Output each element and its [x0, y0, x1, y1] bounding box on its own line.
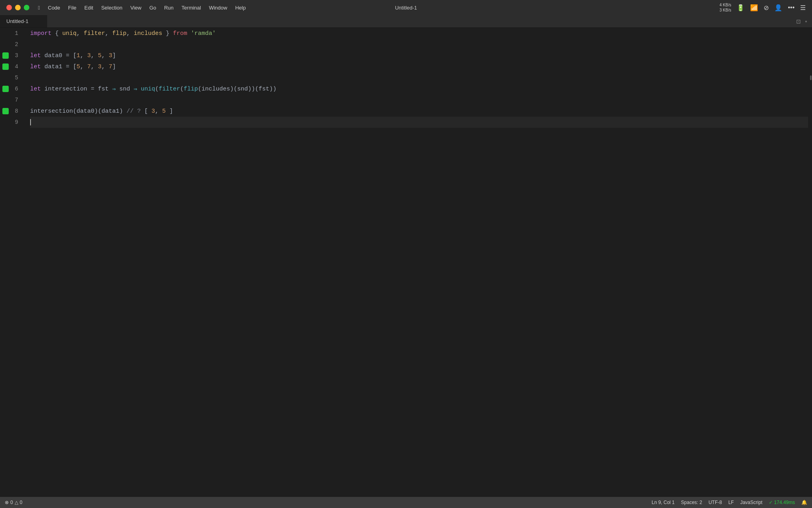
- code-line[interactable]: [30, 117, 808, 128]
- status-right: Ln 9, Col 1 Spaces: 2 UTF-8 LF JavaScrip…: [651, 500, 807, 505]
- code-line[interactable]: let data1 = [5, 7, 3, 7]: [30, 61, 808, 72]
- line-number: 3: [9, 52, 21, 59]
- token: ⇒: [112, 85, 116, 93]
- code-line[interactable]: [30, 72, 808, 83]
- encoding[interactable]: UTF-8: [709, 500, 722, 505]
- minimize-button[interactable]: [15, 5, 21, 10]
- menu-bar:  Code File Edit Selection View Go Run T…: [34, 3, 250, 12]
- code-line[interactable]: import { uniq, filter, flip, includes } …: [30, 28, 808, 39]
- token: 5: [98, 52, 102, 59]
- menu-go[interactable]: Go: [146, 3, 160, 12]
- list-icon: ☰: [800, 4, 806, 12]
- token: 7: [87, 64, 91, 70]
- tab-label: Untitled-1: [6, 18, 29, 24]
- timing: ✓ 174.49ms: [769, 500, 795, 505]
- eol[interactable]: LF: [728, 500, 734, 505]
- token: snd: [116, 86, 134, 92]
- menu-file[interactable]: File: [64, 3, 80, 12]
- menu-window[interactable]: Window: [205, 3, 231, 12]
- line-number: 9: [9, 119, 21, 125]
- code-line[interactable]: intersection(data0)(data1) // ? [ 3, 5 ]: [30, 106, 808, 117]
- editor-tab[interactable]: Untitled-1: [0, 15, 48, 27]
- token: uniq: [137, 86, 155, 92]
- scrollbar[interactable]: [808, 28, 812, 497]
- token: {: [52, 30, 62, 37]
- token: ,: [105, 30, 112, 37]
- token: flip: [112, 30, 126, 37]
- split-editor-icon[interactable]: ⊡: [796, 18, 801, 25]
- token: filter: [84, 30, 105, 37]
- indentation[interactable]: Spaces: 2: [681, 500, 702, 505]
- tab-right-icons: ⊡ ●: [796, 15, 812, 27]
- menu-run[interactable]: Run: [160, 3, 178, 12]
- token: ,: [126, 30, 134, 37]
- token: 3: [98, 64, 102, 70]
- warning-number: 0: [20, 500, 23, 505]
- cursor-position[interactable]: Ln 9, Col 1: [651, 500, 674, 505]
- code-area[interactable]: import { uniq, filter, flip, includes } …: [24, 28, 808, 497]
- language-mode[interactable]: JavaScript: [740, 500, 762, 505]
- menu-selection[interactable]: Selection: [97, 3, 126, 12]
- code-line[interactable]: let data0 = [1, 3, 5, 3]: [30, 50, 808, 61]
- gutter-line: 3: [0, 50, 24, 61]
- text-cursor: [30, 119, 31, 125]
- token: [187, 30, 191, 37]
- token: (: [155, 86, 159, 92]
- error-number: 0: [10, 500, 13, 505]
- line-number: 8: [9, 108, 21, 114]
- token: ,: [155, 108, 162, 115]
- token: ,: [80, 52, 87, 59]
- window-title: Untitled-1: [395, 5, 417, 11]
- menu-code[interactable]: Code: [44, 3, 64, 12]
- notifications-icon[interactable]: 🔔: [801, 500, 807, 505]
- token: intersection = fst: [41, 86, 112, 92]
- token: [: [144, 108, 151, 115]
- token: ,: [102, 64, 109, 70]
- gutter-line: 5: [0, 72, 24, 83]
- breakpoint-indicator[interactable]: [2, 86, 9, 92]
- token: intersection(data0)(data1): [30, 108, 126, 115]
- close-button[interactable]: [6, 5, 12, 10]
- apple-menu[interactable]: : [34, 3, 44, 12]
- code-line[interactable]: [30, 94, 808, 106]
- status-left: ⊗ 0 △ 0: [5, 500, 22, 505]
- network-up: 4 KB/s: [720, 2, 731, 8]
- breakpoint-indicator[interactable]: [2, 64, 9, 70]
- tab-bar: Untitled-1 ⊡ ●: [0, 15, 812, 28]
- network-down: 3 KB/s: [720, 8, 731, 13]
- gutter-line: 9: [0, 117, 24, 128]
- editor-content: 123456789 import { uniq, filter, flip, i…: [0, 28, 812, 497]
- status-bar: ⊗ 0 △ 0 Ln 9, Col 1 Spaces: 2 UTF-8 LF J…: [0, 497, 812, 508]
- network-stats: 4 KB/s 3 KB/s: [720, 2, 731, 13]
- token: 5: [162, 108, 166, 115]
- code-line[interactable]: let intersection = fst ⇒ snd ⇒ uniq(filt…: [30, 83, 808, 94]
- error-count[interactable]: ⊗ 0 △ 0: [5, 500, 22, 505]
- user-icon: 👤: [774, 4, 782, 12]
- menu-help[interactable]: Help: [231, 3, 250, 12]
- menu-terminal[interactable]: Terminal: [178, 3, 205, 12]
- more-icon: •••: [788, 4, 795, 11]
- breakpoint-indicator[interactable]: [2, 108, 9, 114]
- gutter-line: 1: [0, 28, 24, 39]
- token: 7: [109, 64, 112, 70]
- code-line[interactable]: [30, 39, 808, 50]
- token: includes: [201, 86, 230, 92]
- token: (: [180, 86, 184, 92]
- token: import: [30, 30, 52, 37]
- scroll-thumb[interactable]: [810, 75, 812, 80]
- token: uniq: [62, 30, 77, 37]
- breakpoint-indicator[interactable]: [2, 52, 9, 59]
- menu-view[interactable]: View: [126, 3, 146, 12]
- token: filter: [159, 86, 180, 92]
- title-bar:  Code File Edit Selection View Go Run T…: [0, 0, 812, 15]
- battery-icon: 🔋: [737, 4, 745, 12]
- token: }: [162, 30, 173, 37]
- maximize-button[interactable]: [24, 5, 29, 10]
- wifi-icon: 📶: [750, 4, 758, 12]
- menu-edit[interactable]: Edit: [80, 3, 97, 12]
- circle-icon: ●: [805, 19, 807, 23]
- token: data1 = [: [41, 64, 77, 70]
- token: )(snd))(fst)): [230, 86, 276, 92]
- token: includes: [134, 30, 162, 37]
- line-number: 2: [9, 41, 21, 48]
